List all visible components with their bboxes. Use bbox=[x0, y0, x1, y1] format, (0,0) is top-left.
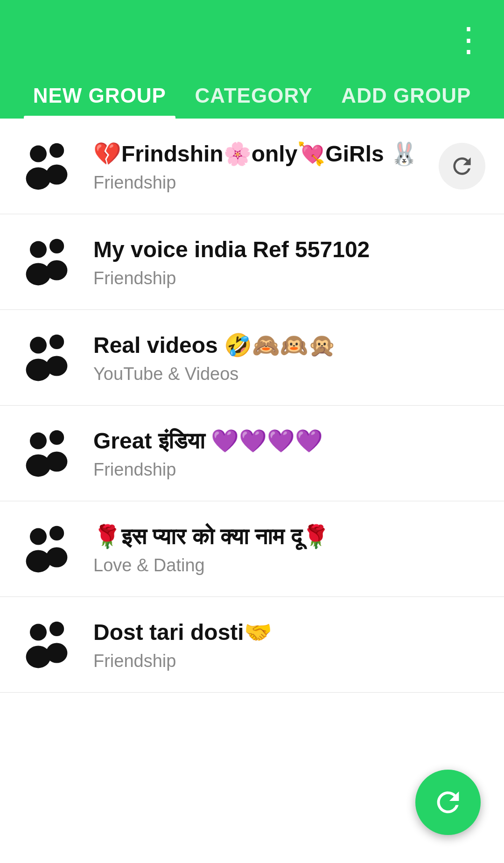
svg-point-20 bbox=[30, 624, 47, 641]
group-info: Real videos 🤣🙈🙉🙊YouTube & Videos bbox=[93, 331, 485, 384]
svg-point-9 bbox=[26, 358, 51, 381]
group-item[interactable]: Dost tari dosti🤝Friendship bbox=[0, 597, 504, 693]
tab-add-group[interactable]: ADD GROUP bbox=[332, 73, 480, 119]
group-category: Friendship bbox=[93, 651, 485, 671]
group-item[interactable]: Great इंडिया 💜💜💜💜Friendship bbox=[0, 406, 504, 501]
tab-new-group[interactable]: NEW GROUP bbox=[24, 73, 175, 119]
group-name: My voice india Ref 557102 bbox=[93, 235, 485, 264]
svg-point-18 bbox=[49, 526, 64, 540]
tab-bar: NEW GROUPCATEGORYADD GROUP bbox=[19, 73, 485, 119]
refresh-fab[interactable] bbox=[415, 770, 481, 835]
group-avatar bbox=[19, 330, 75, 386]
more-options-icon[interactable]: ⋮ bbox=[452, 22, 485, 56]
svg-point-10 bbox=[49, 335, 64, 349]
group-item[interactable]: 💔Frindshin🌸only💘GiRls 🐰Friendship bbox=[0, 119, 504, 214]
group-name: Real videos 🤣🙈🙉🙊 bbox=[93, 331, 485, 360]
svg-point-15 bbox=[46, 451, 68, 471]
group-list: 💔Frindshin🌸only💘GiRls 🐰Friendship My voi… bbox=[0, 119, 504, 693]
group-name: Dost tari dosti🤝 bbox=[93, 618, 485, 647]
group-info: Great इंडिया 💜💜💜💜Friendship bbox=[93, 427, 485, 479]
group-category: YouTube & Videos bbox=[93, 364, 485, 384]
svg-point-14 bbox=[49, 430, 64, 445]
svg-point-0 bbox=[30, 146, 47, 162]
group-info: Dost tari dosti🤝Friendship bbox=[93, 618, 485, 671]
svg-point-17 bbox=[26, 550, 51, 572]
svg-point-1 bbox=[26, 167, 51, 189]
group-info: 💔Frindshin🌸only💘GiRls 🐰Friendship bbox=[93, 140, 429, 192]
group-item[interactable]: My voice india Ref 557102Friendship bbox=[0, 214, 504, 310]
group-category: Friendship bbox=[93, 460, 485, 480]
svg-point-2 bbox=[49, 143, 64, 158]
group-avatar bbox=[19, 138, 75, 194]
group-name: Great इंडिया 💜💜💜💜 bbox=[93, 427, 485, 456]
group-item[interactable]: 🌹इस प्यार को क्या नाम दू🌹Love & Dating bbox=[0, 501, 504, 597]
group-avatar bbox=[19, 425, 75, 481]
svg-point-13 bbox=[26, 454, 51, 477]
group-category: Friendship bbox=[93, 173, 429, 193]
group-name: 🌹इस प्यार को क्या नाम दू🌹 bbox=[93, 522, 485, 551]
svg-point-5 bbox=[26, 263, 51, 285]
group-item[interactable]: Real videos 🤣🙈🙉🙊YouTube & Videos bbox=[0, 310, 504, 406]
svg-point-12 bbox=[30, 433, 47, 449]
group-category: Love & Dating bbox=[93, 555, 485, 575]
app-header: ⋮ NEW GROUPCATEGORYADD GROUP bbox=[0, 0, 504, 119]
svg-point-8 bbox=[30, 337, 47, 354]
svg-point-19 bbox=[46, 547, 68, 567]
svg-point-3 bbox=[46, 164, 68, 184]
svg-point-6 bbox=[49, 239, 64, 253]
group-category: Friendship bbox=[93, 268, 485, 288]
svg-point-4 bbox=[30, 241, 47, 258]
group-name: 💔Frindshin🌸only💘GiRls 🐰 bbox=[93, 140, 429, 168]
svg-point-23 bbox=[46, 643, 68, 663]
svg-point-21 bbox=[26, 645, 51, 668]
svg-point-11 bbox=[46, 356, 68, 376]
group-avatar bbox=[19, 617, 75, 673]
svg-point-16 bbox=[30, 528, 47, 545]
group-info: My voice india Ref 557102Friendship bbox=[93, 235, 485, 288]
refresh-inline-button[interactable] bbox=[439, 143, 485, 189]
svg-point-7 bbox=[46, 260, 68, 280]
group-avatar bbox=[19, 234, 75, 290]
svg-point-22 bbox=[49, 622, 64, 636]
group-avatar bbox=[19, 521, 75, 577]
tab-category[interactable]: CATEGORY bbox=[185, 73, 322, 119]
group-info: 🌹इस प्यार को क्या नाम दू🌹Love & Dating bbox=[93, 522, 485, 575]
